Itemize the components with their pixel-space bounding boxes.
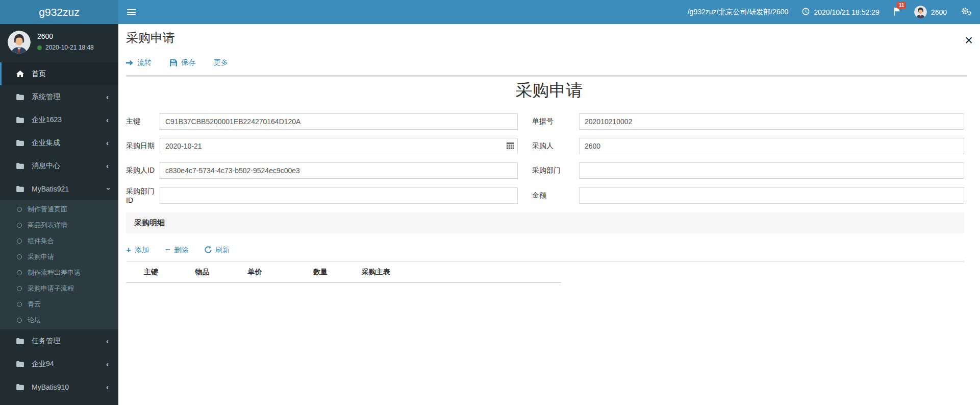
circle-icon xyxy=(17,318,22,323)
amount-field[interactable] xyxy=(579,187,964,204)
submenu-item-goods-list-detail[interactable]: 商品列表详情 xyxy=(0,217,118,233)
circle-icon xyxy=(17,207,22,212)
submenu-item-forum[interactable]: 论坛 xyxy=(0,312,118,328)
folder-icon xyxy=(16,361,28,367)
purchaser-id-field[interactable] xyxy=(160,162,518,179)
folder-icon xyxy=(16,163,28,169)
chevron-left-icon: ‹ xyxy=(106,161,109,170)
circle-icon xyxy=(17,254,22,259)
sidebar-submenu-mybatis921: 制作普通页面 商品列表详情 组件集合 采购申请 制作流程出差申请 xyxy=(0,200,118,329)
settings-button[interactable] xyxy=(961,7,972,17)
page-title: 采购申请 xyxy=(126,29,175,46)
navbar-main: /g932zuz/北京公司/研发部/2600 2020/10/21 18:52:… xyxy=(118,0,980,24)
sidebar-item-enterprise-integration[interactable]: 企业集成 ‹ xyxy=(0,131,118,154)
sidebar-item-enterprise-1623[interactable]: 企业1623 ‹ xyxy=(0,108,118,131)
field-label-amount: 金额 xyxy=(532,191,579,200)
flow-transfer-button[interactable]: 流转 xyxy=(126,58,152,67)
submenu-item-label: 制作普通页面 xyxy=(28,205,67,214)
chevron-left-icon: ‹ xyxy=(106,138,109,147)
sidebar-item-label: 系统管理 xyxy=(32,92,60,102)
content-header: 采购申请 × xyxy=(118,24,980,47)
button-label: 删除 xyxy=(174,246,188,255)
folder-icon xyxy=(16,338,28,344)
submenu-item-make-normal-page[interactable]: 制作普通页面 xyxy=(0,201,118,217)
column-header-item: 物品 xyxy=(176,268,229,277)
sidebar-item-home[interactable]: 首页 xyxy=(0,62,118,85)
main-content: 采购申请 × 流转 xyxy=(118,24,980,405)
detail-section-header: 采购明细 xyxy=(126,212,964,233)
arrow-right-icon xyxy=(126,60,133,66)
sidebar-item-system-mgmt[interactable]: 系统管理 ‹ xyxy=(0,85,118,108)
purchase-request-form: 主键 单据号 采购日期 xyxy=(118,102,980,204)
submenu-item-label: 采购申请 xyxy=(28,252,54,261)
save-button[interactable]: 保存 xyxy=(170,58,195,67)
sidebar-toggle-button[interactable] xyxy=(118,0,144,24)
purchaser-field[interactable] xyxy=(579,138,964,154)
detail-section-title: 采购明细 xyxy=(134,218,165,228)
toolbar-label: 流转 xyxy=(137,58,152,67)
sidebar-item-label: 首页 xyxy=(32,69,46,79)
field-label-purchaser-id: 采购人ID xyxy=(126,166,160,175)
header-divider xyxy=(126,75,967,77)
chevron-left-icon: ‹ xyxy=(106,92,109,101)
chevron-left-icon: ‹ xyxy=(106,115,109,124)
submenu-item-label: 采购申请子流程 xyxy=(28,284,74,293)
user-menu-button[interactable]: 2600 xyxy=(914,6,947,18)
submenu-item-purchase-subflow[interactable]: 采购申请子流程 xyxy=(0,280,118,296)
close-icon[interactable]: × xyxy=(965,34,973,47)
sidebar-item-mybatis910[interactable]: MyBatis910 ‹ xyxy=(0,375,118,398)
folder-icon xyxy=(16,94,28,100)
clock-icon xyxy=(802,8,810,17)
sidebar-item-mybatis921[interactable]: MyBatis921 ‹ xyxy=(0,177,118,200)
folder-icon xyxy=(16,117,28,123)
submenu-item-component-collection[interactable]: 组件集合 xyxy=(0,233,118,249)
primary-key-field[interactable] xyxy=(160,113,518,130)
doc-number-field[interactable] xyxy=(579,113,964,130)
sidebar-status-time: 2020-10-21 18:48 xyxy=(45,44,94,51)
sidebar-username: 2600 xyxy=(37,32,94,40)
sidebar-item-enterprise-94[interactable]: 企业94 ‹ xyxy=(0,352,118,375)
navbar-datetime: 2020/10/21 18:52:29 xyxy=(802,8,879,17)
top-navbar: g932zuz /g932zuz/北京公司/研发部/2600 2020/10/2… xyxy=(0,0,980,24)
circle-icon xyxy=(17,270,22,275)
submenu-item-label: 商品列表详情 xyxy=(28,221,67,230)
sidebar-item-task-mgmt[interactable]: 任务管理 ‹ xyxy=(0,329,118,352)
sidebar-item-label: 企业集成 xyxy=(32,138,60,148)
column-header-quantity: 数量 xyxy=(281,268,360,277)
chevron-down-icon: ‹ xyxy=(103,187,112,190)
home-icon xyxy=(16,70,28,77)
folder-icon xyxy=(16,186,28,192)
plus-icon: + xyxy=(126,247,131,254)
purchase-date-field[interactable] xyxy=(160,138,518,154)
refresh-button[interactable]: 刷新 xyxy=(205,246,230,255)
purchase-dept-id-field[interactable] xyxy=(160,187,518,204)
form-row: 采购人ID 采购部门 xyxy=(126,162,964,179)
field-label-purchase-date: 采购日期 xyxy=(126,141,160,151)
submenu-item-label: 制作流程出差申请 xyxy=(28,268,81,277)
submenu-item-qingyun[interactable]: 青云 xyxy=(0,296,118,312)
toolbar-label: 保存 xyxy=(181,58,195,67)
calendar-icon[interactable] xyxy=(507,142,514,151)
submenu-item-business-trip-flow[interactable]: 制作流程出差申请 xyxy=(0,265,118,280)
app-window: g932zuz /g932zuz/北京公司/研发部/2600 2020/10/2… xyxy=(0,0,980,405)
button-label: 添加 xyxy=(135,246,149,255)
navbar-username: 2600 xyxy=(931,8,947,16)
toolbar-label: 更多 xyxy=(214,58,228,67)
datetime-text: 2020/10/21 18:52:29 xyxy=(814,8,879,16)
submenu-item-purchase-request[interactable]: 采购申请 xyxy=(0,249,118,265)
more-button[interactable]: 更多 xyxy=(214,58,228,67)
notifications-button[interactable]: 11 xyxy=(893,7,900,17)
sidebar-item-label: 企业94 xyxy=(32,360,54,369)
add-row-button[interactable]: + 添加 xyxy=(126,246,149,255)
form-row: 采购部门ID 金额 xyxy=(126,187,964,204)
sidebar-user-info: 2600 2020-10-21 18:48 xyxy=(37,31,94,51)
delete-row-button[interactable]: − 删除 xyxy=(165,246,188,255)
field-label-purchase-dept-id: 采购部门ID xyxy=(126,187,160,204)
sidebar-user-status[interactable]: 2020-10-21 18:48 xyxy=(37,44,94,51)
sidebar-item-message-center[interactable]: 消息中心 ‹ xyxy=(0,154,118,177)
refresh-icon xyxy=(205,246,212,255)
gears-icon xyxy=(961,7,972,17)
app-logo[interactable]: g932zuz xyxy=(0,0,118,24)
purchase-dept-field[interactable] xyxy=(579,162,964,179)
sidebar: 2600 2020-10-21 18:48 首页 系统管理 ‹ xyxy=(0,24,118,405)
